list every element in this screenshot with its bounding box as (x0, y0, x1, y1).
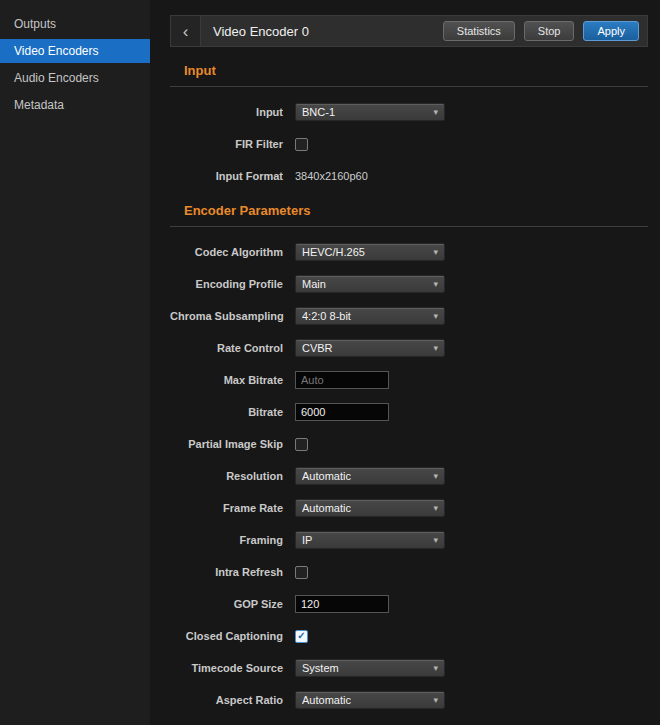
field-row: FIR Filter (170, 135, 648, 153)
gop-size-input[interactable] (295, 595, 389, 613)
field-row: Rate ControlCVBR▾ (170, 339, 648, 357)
sidebar-item-outputs[interactable]: Outputs (0, 12, 150, 36)
chevron-down-icon: ▾ (433, 695, 438, 705)
chevron-down-icon: ▾ (433, 247, 438, 257)
chevron-down-icon: ▾ (433, 663, 438, 673)
field-label: Input Format (170, 170, 283, 182)
partial-image-skip-checkbox[interactable] (295, 438, 308, 451)
main-content: ‹ Video Encoder 0 Statistics Stop Apply … (150, 0, 660, 725)
select-value: Automatic (302, 502, 429, 514)
input-select[interactable]: BNC-1▾ (295, 103, 445, 121)
chevron-down-icon: ▾ (433, 503, 438, 513)
chevron-down-icon: ▾ (433, 471, 438, 481)
section-input: InputInputBNC-1▾FIR FilterInput Format38… (170, 63, 648, 185)
section-title: Input (170, 63, 648, 87)
encoding-profile-select[interactable]: Main▾ (295, 275, 445, 293)
field-label: Input (170, 106, 283, 118)
field-label: Chroma Subsampling (170, 310, 283, 322)
sidebar-item-audio-encoders[interactable]: Audio Encoders (0, 66, 150, 90)
chevron-left-icon: ‹ (183, 22, 189, 41)
aspect-ratio-select[interactable]: Automatic▾ (295, 691, 445, 709)
section-encoder-parameters: Encoder ParametersCodec AlgorithmHEVC/H.… (170, 203, 648, 709)
field-row: Input Format3840x2160p60 (170, 167, 648, 185)
sidebar-item-video-encoders[interactable]: Video Encoders (0, 39, 150, 63)
select-value: 4:2:0 8-bit (302, 310, 429, 322)
section-title: Encoder Parameters (170, 203, 648, 227)
field-row: Codec AlgorithmHEVC/H.265▾ (170, 243, 648, 261)
back-button[interactable]: ‹ (171, 16, 201, 46)
field-row: Closed Captioning✓ (170, 627, 648, 645)
input-format-value: 3840x2160p60 (295, 170, 368, 182)
field-label: FIR Filter (170, 138, 283, 150)
field-row: Frame RateAutomatic▾ (170, 499, 648, 517)
field-label: Timecode Source (170, 662, 283, 674)
field-label: Frame Rate (170, 502, 283, 514)
fir-filter-checkbox[interactable] (295, 138, 308, 151)
sidebar: OutputsVideo EncodersAudio EncodersMetad… (0, 0, 150, 725)
field-label: Resolution (170, 470, 283, 482)
field-label: Intra Refresh (170, 566, 283, 578)
select-value: HEVC/H.265 (302, 246, 429, 258)
field-row: Chroma Subsampling4:2:0 8-bit▾ (170, 307, 648, 325)
select-value: IP (302, 534, 429, 546)
field-row: FramingIP▾ (170, 531, 648, 549)
field-label: Closed Captioning (170, 630, 283, 642)
chevron-down-icon: ▾ (433, 107, 438, 117)
field-label: Codec Algorithm (170, 246, 283, 258)
field-label: Max Bitrate (170, 374, 283, 386)
closed-captioning-checkbox[interactable]: ✓ (295, 630, 308, 643)
chevron-down-icon: ▾ (433, 343, 438, 353)
field-row: Intra Refresh (170, 563, 648, 581)
bitrate-input[interactable] (295, 403, 389, 421)
select-value: System (302, 662, 429, 674)
select-value: CVBR (302, 342, 429, 354)
header-buttons: Statistics Stop Apply (443, 21, 647, 41)
field-label: Aspect Ratio (170, 694, 283, 706)
field-label: Partial Image Skip (170, 438, 283, 450)
codec-algorithm-select[interactable]: HEVC/H.265▾ (295, 243, 445, 261)
intra-refresh-checkbox[interactable] (295, 566, 308, 579)
page-title: Video Encoder 0 (213, 24, 309, 39)
header-bar: ‹ Video Encoder 0 Statistics Stop Apply (170, 15, 648, 47)
field-row: Bitrate (170, 403, 648, 421)
resolution-select[interactable]: Automatic▾ (295, 467, 445, 485)
stop-button[interactable]: Stop (524, 21, 575, 41)
chevron-down-icon: ▾ (433, 535, 438, 545)
field-row: ResolutionAutomatic▾ (170, 467, 648, 485)
frame-rate-select[interactable]: Automatic▾ (295, 499, 445, 517)
field-row: Max Bitrate (170, 371, 648, 389)
rate-control-select[interactable]: CVBR▾ (295, 339, 445, 357)
field-row: Partial Image Skip (170, 435, 648, 453)
field-row: Encoding ProfileMain▾ (170, 275, 648, 293)
sidebar-item-metadata[interactable]: Metadata (0, 93, 150, 117)
select-value: Automatic (302, 470, 429, 482)
framing-select[interactable]: IP▾ (295, 531, 445, 549)
form-sections: InputInputBNC-1▾FIR FilterInput Format38… (170, 63, 648, 709)
field-row: GOP Size (170, 595, 648, 613)
select-value: BNC-1 (302, 106, 429, 118)
statistics-button[interactable]: Statistics (443, 21, 515, 41)
field-label: Encoding Profile (170, 278, 283, 290)
field-row: InputBNC-1▾ (170, 103, 648, 121)
select-value: Main (302, 278, 429, 290)
field-label: Framing (170, 534, 283, 546)
select-value: Automatic (302, 694, 429, 706)
apply-button[interactable]: Apply (583, 21, 639, 41)
chroma-subsampling-select[interactable]: 4:2:0 8-bit▾ (295, 307, 445, 325)
field-row: Aspect RatioAutomatic▾ (170, 691, 648, 709)
field-label: Rate Control (170, 342, 283, 354)
field-row: Timecode SourceSystem▾ (170, 659, 648, 677)
chevron-down-icon: ▾ (433, 279, 438, 289)
timecode-source-select[interactable]: System▾ (295, 659, 445, 677)
field-label: GOP Size (170, 598, 283, 610)
chevron-down-icon: ▾ (433, 311, 438, 321)
field-label: Bitrate (170, 406, 283, 418)
max-bitrate-input[interactable] (295, 371, 389, 389)
